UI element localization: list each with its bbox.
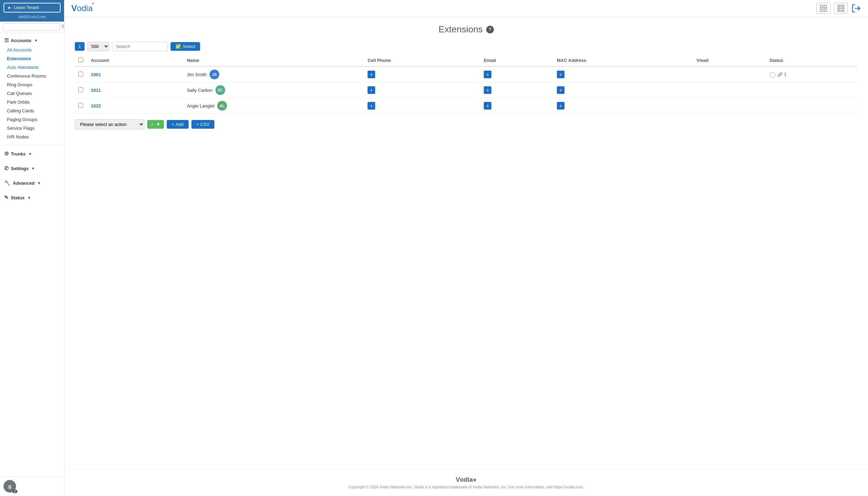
search-input[interactable] bbox=[112, 42, 168, 51]
add-mac-1011[interactable]: + bbox=[557, 86, 565, 94]
sidebar-item-auto-attendants[interactable]: Auto Attendants bbox=[0, 63, 64, 72]
add-cell-phone-1011[interactable]: + bbox=[368, 86, 375, 94]
sidebar-trunks-group[interactable]: ⚙ Trunks ▼ bbox=[0, 149, 64, 159]
row-status-1011 bbox=[766, 82, 858, 98]
list-view-button[interactable] bbox=[834, 3, 848, 14]
sidebar-settings-label: Settings bbox=[11, 166, 29, 171]
row-mac-1001: + bbox=[553, 66, 693, 82]
add-email-1001[interactable]: + bbox=[484, 71, 491, 78]
add-label: Add bbox=[175, 122, 183, 127]
csv-button[interactable]: + CSV bbox=[191, 120, 214, 129]
table-row: 1022 Angie Langtel AL + + bbox=[75, 98, 858, 114]
row-account-cell: 1022 bbox=[87, 98, 183, 114]
col-status: Status bbox=[766, 55, 858, 66]
arrow-left-icon: ► bbox=[8, 5, 12, 10]
row-checkbox-cell bbox=[75, 66, 87, 82]
row-status-1022 bbox=[766, 98, 858, 114]
accounts-chevron-icon: ▼ bbox=[34, 39, 38, 42]
row-email-1011: + bbox=[480, 82, 553, 98]
row-email-1022: + bbox=[480, 98, 553, 114]
row-mac-1011: + bbox=[553, 82, 693, 98]
sidebar-advanced-label: Advanced bbox=[13, 181, 34, 186]
page-number-button[interactable]: 1 bbox=[75, 42, 85, 51]
row-vmail-1011 bbox=[693, 82, 766, 98]
sidebar-search-area: 🔍 bbox=[0, 22, 64, 33]
advanced-chevron-icon: ▼ bbox=[37, 181, 41, 185]
sidebar-divider-1 bbox=[0, 145, 64, 145]
status-count-1001: 1 bbox=[784, 72, 787, 77]
add-cell-phone-1001[interactable]: + bbox=[368, 71, 375, 78]
select-button[interactable]: ✅ Select bbox=[171, 42, 200, 51]
svg-rect-9 bbox=[842, 10, 844, 12]
account-link-1001[interactable]: 1001 bbox=[91, 72, 101, 77]
add-email-1022[interactable]: + bbox=[484, 102, 491, 110]
extensions-table: Account Name Cell Phone Email MAC Addres… bbox=[75, 55, 858, 114]
add-mac-1001[interactable]: + bbox=[557, 71, 565, 78]
row-cell-phone-1001: + bbox=[364, 66, 480, 82]
row-checkbox-1001[interactable] bbox=[78, 72, 83, 77]
accounts-icon: ☰ bbox=[4, 37, 9, 43]
advanced-icon: 🔧 bbox=[4, 180, 11, 186]
sidebar-settings-section: ✆ Settings ▼ bbox=[0, 161, 64, 176]
user-avatar[interactable]: g 1 bbox=[3, 480, 16, 493]
sidebar-footer: g 1 bbox=[0, 476, 64, 496]
sidebar-item-call-queues[interactable]: Call Queues bbox=[0, 89, 64, 98]
sidebar-status-group[interactable]: ✎ Status ▼ bbox=[0, 192, 64, 203]
row-name-cell: Angie Langtel AL bbox=[183, 98, 364, 114]
footer-logo-dot: ● bbox=[473, 476, 477, 483]
select-checkmark-icon: ✅ bbox=[175, 44, 181, 49]
sidebar-item-calling-cards[interactable]: Calling Cards bbox=[0, 106, 64, 115]
add-cell-phone-1022[interactable]: + bbox=[368, 102, 375, 110]
row-checkbox-cell bbox=[75, 98, 87, 114]
row-checkbox-1022[interactable] bbox=[78, 103, 83, 108]
sidebar-trunks-section: ⚙ Trunks ▼ bbox=[0, 146, 64, 161]
sidebar-item-ring-groups[interactable]: Ring Groups bbox=[0, 80, 64, 89]
apply-button[interactable]: ✓ ▼ bbox=[147, 120, 164, 129]
sidebar-item-ivr-nodes[interactable]: IVR Nodes bbox=[0, 133, 64, 141]
svg-rect-1 bbox=[824, 5, 827, 8]
row-account-cell: 1011 bbox=[87, 82, 183, 98]
add-mac-1022[interactable]: + bbox=[557, 102, 565, 110]
user-initial: g bbox=[8, 483, 11, 489]
table-body: 1001 Jim Smith JS + + bbox=[75, 66, 858, 114]
status-link-icon-1001: 🔗 bbox=[777, 72, 783, 77]
status-chevron-icon: ▼ bbox=[27, 196, 31, 200]
action-select[interactable]: Please select an action bbox=[75, 119, 144, 129]
sidebar-item-conference-rooms[interactable]: Conference Rooms bbox=[0, 72, 64, 80]
row-cell-phone-1011: + bbox=[364, 82, 480, 98]
sidebar-trunks-label: Trunks bbox=[11, 151, 26, 157]
add-button[interactable]: + Add bbox=[167, 120, 189, 129]
leave-tenant-button[interactable]: ► Leave Tenant bbox=[3, 3, 61, 13]
sidebar-search-input[interactable] bbox=[3, 23, 60, 31]
name-text-1022: Angie Langtel bbox=[187, 103, 215, 109]
row-cell-phone-1022: + bbox=[364, 98, 480, 114]
csv-plus-icon: + bbox=[196, 122, 199, 127]
add-email-1011[interactable]: + bbox=[484, 86, 491, 94]
action-row: Please select an action ✓ ▼ + Add + CSV bbox=[75, 119, 858, 129]
sidebar-item-all-accounts[interactable]: All Accounts bbox=[0, 46, 64, 54]
help-icon-button[interactable]: ? bbox=[486, 26, 494, 33]
sidebar-settings-group[interactable]: ✆ Settings ▼ bbox=[0, 163, 64, 174]
row-mac-1022: + bbox=[553, 98, 693, 114]
sidebar-item-paging-groups[interactable]: Paging Groups bbox=[0, 115, 64, 124]
account-link-1022[interactable]: 1022 bbox=[91, 103, 101, 109]
account-link-1011[interactable]: 1011 bbox=[91, 88, 101, 93]
select-all-checkbox[interactable] bbox=[78, 57, 83, 62]
sidebar-advanced-group[interactable]: 🔧 Advanced ▼ bbox=[0, 178, 64, 188]
col-cell-phone: Cell Phone bbox=[364, 55, 480, 66]
list-icon bbox=[837, 5, 845, 12]
logout-button[interactable] bbox=[851, 3, 861, 13]
help-icon-text: ? bbox=[489, 27, 491, 32]
row-checkbox-1011[interactable] bbox=[78, 87, 83, 92]
logo-v: V bbox=[71, 3, 77, 13]
sidebar-accounts-group[interactable]: ☰ Accounts ▼ bbox=[0, 35, 64, 46]
logout-icon bbox=[851, 3, 861, 13]
table-row: 1011 Sally Carlton SC + + bbox=[75, 82, 858, 98]
svg-rect-6 bbox=[838, 8, 840, 9]
col-name: Name bbox=[183, 55, 364, 66]
sidebar-item-extensions[interactable]: Extensions bbox=[0, 54, 64, 63]
sidebar-item-park-orbits[interactable]: Park Orbits bbox=[0, 98, 64, 106]
grid-view-button[interactable] bbox=[816, 3, 830, 14]
sidebar-item-service-flags[interactable]: Service Flags bbox=[0, 124, 64, 133]
per-page-select[interactable]: 500 100 250 1000 bbox=[87, 42, 109, 51]
